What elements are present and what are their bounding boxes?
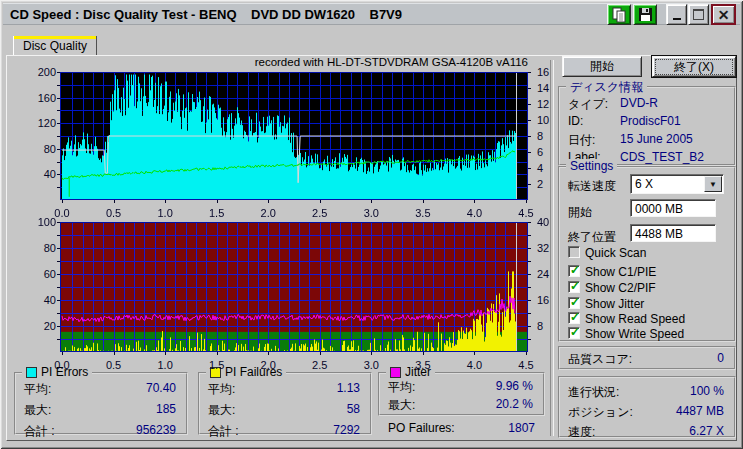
close-button[interactable]: ✕ xyxy=(711,4,736,25)
disc-info-group: ディスク情報 タイプ:DVD-R ID:ProdiscF01 日付:15 Jun… xyxy=(558,86,736,166)
position-value: 4487 MB xyxy=(676,404,724,418)
check-icon: ✓ xyxy=(570,295,580,309)
axis-tick-label: 24 xyxy=(537,268,563,280)
axis-tick-label: 40 xyxy=(537,216,563,228)
minimize-button[interactable] xyxy=(666,4,687,25)
end-position-field[interactable]: 4488 MB xyxy=(630,224,716,242)
copy-button[interactable] xyxy=(607,4,631,25)
clipboard-copy-icon xyxy=(611,7,627,23)
disc-label-value: CDS_TEST_B2 xyxy=(620,150,704,164)
pi-failures-group: PI Failures 平均:1.13 最大:58 合計 :7292 xyxy=(198,372,372,435)
disc-date-value: 15 June 2005 xyxy=(620,132,693,146)
total-value: 956239 xyxy=(136,423,176,437)
axis-tick-label: 2.0 xyxy=(248,207,288,219)
avg-label: 平均: xyxy=(388,379,415,396)
start-button[interactable]: 開始 xyxy=(562,56,642,77)
check-icon: ✓ xyxy=(570,325,580,339)
axis-tick-label: 1.0 xyxy=(145,359,185,371)
max-value: 58 xyxy=(347,402,360,416)
avg-label: 平均: xyxy=(208,381,235,398)
axis-tick-label: 4.0 xyxy=(454,359,494,371)
checkbox-box: ✓ xyxy=(568,246,580,258)
tab-active-stripe xyxy=(14,36,96,39)
exit-button[interactable]: 終了(X) xyxy=(652,56,736,77)
checkbox-box: ✓ xyxy=(568,281,580,293)
axis-tick-label: 1.5 xyxy=(197,359,237,371)
end-position-label: 終了位置 xyxy=(568,229,616,246)
minimize-icon xyxy=(673,18,681,20)
disc-type-value: DVD-R xyxy=(620,96,658,110)
axis-tick-label: 8 xyxy=(537,130,563,142)
transfer-rate-combobox[interactable]: 6 X ▼ xyxy=(630,174,724,194)
axis-tick-label: 1.0 xyxy=(145,207,185,219)
axis-tick-label: 0.5 xyxy=(94,359,134,371)
speed-label: 速度: xyxy=(568,424,595,441)
pi-errors-chart-canvas xyxy=(56,68,532,204)
close-icon: ✕ xyxy=(718,7,730,23)
quality-score-group: 品質スコア: 0 xyxy=(558,346,736,370)
end-position-value: 4488 MB xyxy=(635,227,683,241)
progress-value: 100 % xyxy=(690,384,724,398)
check-icon: ✓ xyxy=(570,310,580,324)
save-button[interactable] xyxy=(633,4,657,25)
axis-tick-label: 2.5 xyxy=(300,359,340,371)
axis-tick-label: 3.5 xyxy=(403,359,443,371)
po-failures-row: PO Failures: 1807 xyxy=(388,421,536,437)
disc-id-value: ProdiscF01 xyxy=(620,114,681,128)
axis-tick-label: 80 xyxy=(18,242,56,254)
total-label: 合計 : xyxy=(208,423,239,440)
maximize-button[interactable] xyxy=(688,4,709,25)
transfer-rate-label: 転送速度 xyxy=(568,178,616,195)
avg-value: 1.13 xyxy=(337,381,360,395)
axis-tick-label: 4.5 xyxy=(506,359,546,371)
avg-value: 9.96 % xyxy=(496,379,533,393)
axis-tick-label: 3.5 xyxy=(403,207,443,219)
disc-id-label: ID: xyxy=(568,114,583,128)
axis-tick-label: 3.0 xyxy=(351,359,391,371)
po-failures-label: PO Failures: xyxy=(388,421,455,435)
axis-tick-label: 10 xyxy=(537,114,563,126)
axis-tick-label: 16 xyxy=(537,294,563,306)
axis-tick-label: 40 xyxy=(18,168,56,180)
axis-tick-label: 4.0 xyxy=(454,207,494,219)
tab-disc-quality[interactable]: Disc Quality xyxy=(13,36,97,56)
axis-tick-label: 12 xyxy=(537,98,563,110)
pi-errors-group: PI Errors 平均:70.40 最大:185 合計 :956239 xyxy=(14,372,188,435)
settings-group-title: Settings xyxy=(566,159,617,173)
quality-score-label: 品質スコア: xyxy=(568,351,632,368)
window-title: CD Speed : Disc Quality Test - BENQ DVD … xyxy=(10,7,402,22)
floppy-save-icon xyxy=(638,7,653,22)
chevron-down-icon[interactable]: ▼ xyxy=(704,176,722,192)
max-label: 最大: xyxy=(24,402,51,419)
start-position-label: 開始 xyxy=(568,204,592,221)
axis-tick-label: 32 xyxy=(537,242,563,254)
avg-value: 70.40 xyxy=(146,381,176,395)
app-window: CD Speed : Disc Quality Test - BENQ DVD … xyxy=(0,0,743,449)
settings-group: Settings 転送速度 6 X ▼ 開始 0000 MB 終了位置 4488… xyxy=(558,166,736,342)
axis-tick-label: 2.0 xyxy=(248,359,288,371)
max-value: 185 xyxy=(156,402,176,416)
position-label: ポジション: xyxy=(568,404,633,421)
jitter-group: Jitter 平均:9.96 % 最大:20.2 % xyxy=(378,372,545,416)
axis-tick-label: 20 xyxy=(18,320,56,332)
disc-type-label: タイプ: xyxy=(568,96,608,113)
axis-tick-label: 2.5 xyxy=(300,207,340,219)
start-position-value: 0000 MB xyxy=(635,202,683,216)
max-value: 20.2 % xyxy=(496,397,533,411)
speed-value: 6.27 X xyxy=(689,424,724,438)
checkbox-box: ✓ xyxy=(568,265,580,277)
axis-tick-label: 6 xyxy=(537,146,563,158)
transfer-rate-value: 6 X xyxy=(635,177,653,191)
max-label: 最大: xyxy=(388,397,415,414)
axis-tick-label: 14 xyxy=(537,82,563,94)
start-position-field[interactable]: 0000 MB xyxy=(630,199,716,217)
max-label: 最大: xyxy=(208,402,235,419)
axis-tick-label: 80 xyxy=(18,143,56,155)
total-label: 合計 : xyxy=(24,423,55,440)
pi-errors-swatch-icon xyxy=(26,367,37,378)
axis-tick-label: 0.5 xyxy=(94,207,134,219)
check-icon: ✓ xyxy=(570,263,580,277)
disc-date-label: 日付: xyxy=(568,132,595,149)
axis-tick-label: 60 xyxy=(18,268,56,280)
checkbox-box: ✓ xyxy=(568,327,580,339)
